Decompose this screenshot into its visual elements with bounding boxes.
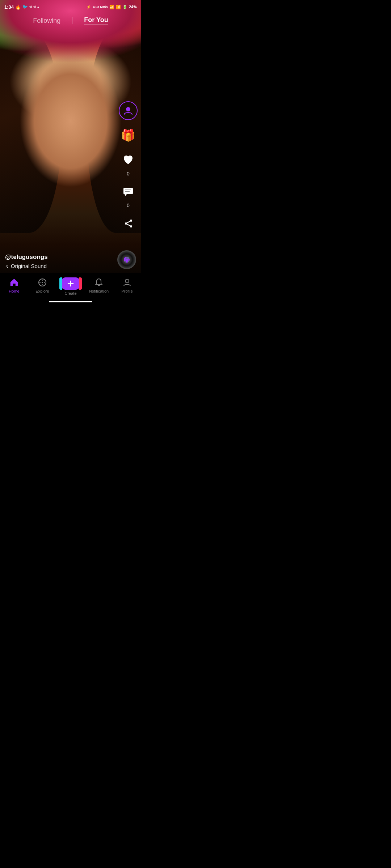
fire-icon: 🔥 <box>15 4 21 10</box>
share-icon-wrap[interactable] <box>119 214 138 233</box>
plus-icon <box>67 280 74 287</box>
svg-point-0 <box>126 107 130 111</box>
nav-item-notification[interactable]: Notification <box>88 277 110 293</box>
bottom-nav: Home Explore Create <box>0 273 141 305</box>
dot-indicator: • <box>37 4 39 10</box>
gift-icon: 🎁 <box>121 128 135 142</box>
comment-count: 0 <box>127 203 130 208</box>
svg-point-6 <box>130 225 132 227</box>
explore-icon <box>37 277 47 288</box>
home-indicator <box>49 301 92 302</box>
comment-icon-wrap[interactable] <box>119 182 138 201</box>
svg-point-4 <box>125 222 127 225</box>
notification-icon <box>94 277 104 288</box>
heart-icon <box>122 154 134 166</box>
nav-item-profile[interactable]: Profile <box>116 277 138 293</box>
creator-avatar-action[interactable] <box>119 101 138 120</box>
like-icon-wrap[interactable] <box>119 150 138 169</box>
bluetooth-icon: ⚡ <box>86 5 91 9</box>
creator-username[interactable]: @telugusongs <box>5 254 112 261</box>
wifi-icon: 📶 <box>109 5 114 9</box>
status-right: ⚡ 4.93 MB/s 📶 📶 🔋 24% <box>86 5 137 9</box>
status-time: 1:34 <box>4 4 14 10</box>
battery-percent: 24% <box>129 5 137 9</box>
compass-svg <box>38 278 47 287</box>
home-label: Home <box>9 289 19 293</box>
status-left: 1:34 🔥 🐦 ध ध • <box>4 4 39 10</box>
profile-icon <box>122 277 132 288</box>
right-action-panel: 🎁 0 0 <box>119 101 138 233</box>
profile-label: Profile <box>121 289 133 293</box>
music-note-small: ♫ <box>5 263 9 269</box>
bell-svg <box>94 278 104 287</box>
cellular-icon: 📶 <box>116 5 121 9</box>
battery-icon: 🔋 <box>122 5 127 9</box>
app-icon1: ध <box>29 5 32 9</box>
svg-point-5 <box>130 220 132 222</box>
top-nav: Following For You <box>0 12 141 30</box>
music-note-icon: 🎵 <box>124 257 130 263</box>
create-button[interactable] <box>62 277 80 290</box>
tab-following[interactable]: Following <box>30 16 63 26</box>
nav-item-create[interactable]: Create <box>60 277 81 295</box>
gift-icon-wrap[interactable]: 🎁 <box>119 126 138 145</box>
nav-item-home[interactable]: Home <box>3 277 25 293</box>
signal-speed: 4.93 MB/s <box>93 5 108 9</box>
video-info: @telugusongs ♫ Original Sound <box>5 254 112 269</box>
svg-point-9 <box>125 279 129 283</box>
tab-for-you[interactable]: For You <box>81 15 111 27</box>
creator-avatar[interactable] <box>119 101 138 120</box>
comment-icon <box>122 186 134 197</box>
like-action[interactable]: 0 <box>119 150 138 176</box>
sound-info[interactable]: ♫ Original Sound <box>5 263 112 269</box>
create-btn-left-accent <box>59 277 62 290</box>
share-icon <box>122 218 134 229</box>
status-bar: 1:34 🔥 🐦 ध ध • ⚡ 4.93 MB/s 📶 📶 🔋 24% <box>0 0 141 12</box>
explore-label: Explore <box>35 289 49 293</box>
notification-label: Notification <box>89 289 109 293</box>
home-svg <box>9 278 19 287</box>
svg-point-8 <box>42 282 43 283</box>
sound-label: Original Sound <box>11 263 47 269</box>
gift-action[interactable]: 🎁 <box>119 126 138 145</box>
svg-rect-1 <box>123 188 133 194</box>
create-label: Create <box>64 291 76 295</box>
share-action[interactable] <box>119 214 138 233</box>
person-icon <box>123 105 134 116</box>
comment-action[interactable]: 0 <box>119 182 138 208</box>
spinning-music-disc[interactable]: 🎵 <box>117 250 136 269</box>
twitter-icon: 🐦 <box>22 4 28 9</box>
app-icon2: ध <box>33 5 36 9</box>
create-btn-right-accent <box>79 277 82 290</box>
home-icon <box>9 277 19 288</box>
nav-item-explore[interactable]: Explore <box>31 277 53 293</box>
nav-divider <box>72 17 72 24</box>
like-count: 0 <box>127 171 130 176</box>
person-svg <box>122 278 132 287</box>
